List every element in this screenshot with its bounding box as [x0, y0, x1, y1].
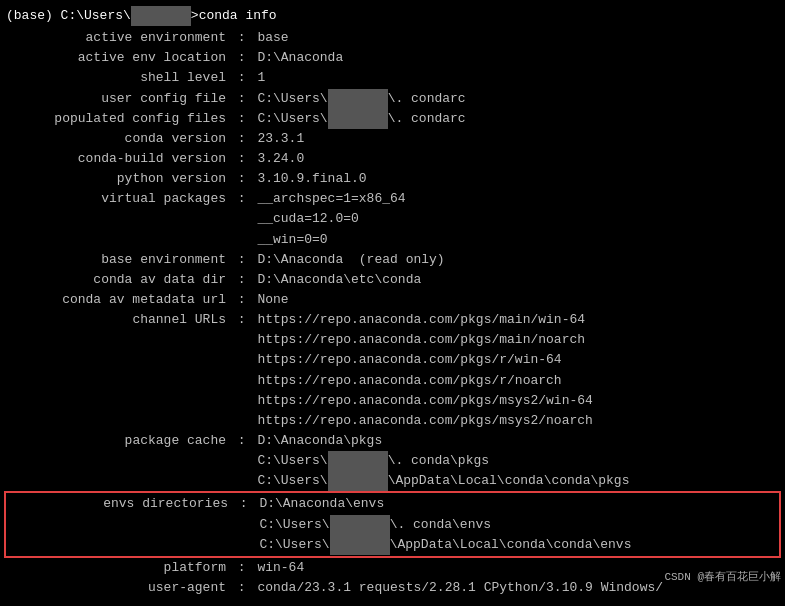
label-pkg-cache: package cache: [6, 431, 226, 451]
info-line-virtual-pkgs-3: __win=0=0: [0, 230, 785, 250]
value-conda-version: 23.3.1: [257, 129, 304, 149]
value-shell-level: 1: [257, 68, 265, 88]
label-virtual-pkgs-2: [6, 209, 226, 229]
label-active-env: active environment: [6, 28, 226, 48]
label-av-meta: conda av metadata url: [6, 290, 226, 310]
value-virtual-pkgs-1: __archspec=1=x86_64: [257, 189, 405, 209]
value-pkg-cache-1: D:\Anaconda\pkgs: [257, 431, 382, 451]
value-active-env: base: [257, 28, 288, 48]
envs-directories-block: envs directories : D:\Anaconda\envs C:\U…: [4, 491, 781, 557]
info-line-channel-5: https://repo.anaconda.com/pkgs/msys2/win…: [0, 391, 785, 411]
label-conda-version: conda version: [6, 129, 226, 149]
value-envs-2: C:\Users\ \. conda\envs: [259, 515, 491, 535]
info-line-pkg-cache-2: C:\Users\ \. conda\pkgs: [0, 451, 785, 471]
value-populated-config: C:\Users\ \. condarc: [257, 109, 465, 129]
info-line-envs-2: C:\Users\ \. conda\envs: [8, 515, 777, 535]
value-conda-build: 3.24.0: [257, 149, 304, 169]
info-line-av-meta: conda av metadata url : None: [0, 290, 785, 310]
info-line-python-version: python version : 3.10.9.final.0: [0, 169, 785, 189]
info-line-virtual-pkgs-1: virtual packages : __archspec=1=x86_64: [0, 189, 785, 209]
value-channel-2: https://repo.anaconda.com/pkgs/main/noar…: [257, 330, 585, 350]
info-line-channel-4: https://repo.anaconda.com/pkgs/r/noarch: [0, 371, 785, 391]
value-user-config: C:\Users\ \. condarc: [257, 89, 465, 109]
cmd-text: (base) C:\Users\ >conda info: [6, 6, 277, 26]
value-channel-1: https://repo.anaconda.com/pkgs/main/win-…: [257, 310, 585, 330]
value-user-agent: conda/23.3.1 requests/2.28.1 CPython/3.1…: [257, 578, 663, 598]
value-env-location: D:\Anaconda: [257, 48, 343, 68]
label-virtual-pkgs-3: [6, 230, 226, 250]
command-line: (base) C:\Users\ >conda info: [0, 4, 785, 28]
label-virtual-pkgs: virtual packages: [6, 189, 226, 209]
info-line-pkg-cache-3: C:\Users\ \AppData\Local\conda\conda\pkg…: [0, 471, 785, 491]
value-base-env: D:\Anaconda (read only): [257, 250, 444, 270]
info-line-channel-6: https://repo.anaconda.com/pkgs/msys2/noa…: [0, 411, 785, 431]
value-av-meta: None: [257, 290, 288, 310]
info-line-conda-build: conda-build version : 3.24.0: [0, 149, 785, 169]
label-platform: platform: [6, 558, 226, 578]
value-channel-3: https://repo.anaconda.com/pkgs/r/win-64: [257, 350, 561, 370]
label-conda-build: conda-build version: [6, 149, 226, 169]
value-envs-3: C:\Users\ \AppData\Local\conda\conda\env…: [259, 535, 631, 555]
label-populated-config: populated config files: [6, 109, 226, 129]
info-line-av-data: conda av data dir : D:\Anaconda\etc\cond…: [0, 270, 785, 290]
label-av-data: conda av data dir: [6, 270, 226, 290]
value-channel-6: https://repo.anaconda.com/pkgs/msys2/noa…: [257, 411, 592, 431]
value-virtual-pkgs-3: __win=0=0: [257, 230, 327, 250]
info-line-shell-level: shell level : 1: [0, 68, 785, 88]
label-shell-level: shell level: [6, 68, 226, 88]
info-line-env-location: active env location : D:\Anaconda: [0, 48, 785, 68]
label-user-agent: user-agent: [6, 578, 226, 598]
label-env-location: active env location: [6, 48, 226, 68]
value-channel-5: https://repo.anaconda.com/pkgs/msys2/win…: [257, 391, 592, 411]
info-line-populated-config: populated config files : C:\Users\ \. co…: [0, 109, 785, 129]
info-line-pkg-cache-1: package cache : D:\Anaconda\pkgs: [0, 431, 785, 451]
info-line-conda-version: conda version : 23.3.1: [0, 129, 785, 149]
label-python-version: python version: [6, 169, 226, 189]
info-line-channel-1: channel URLs : https://repo.anaconda.com…: [0, 310, 785, 330]
value-virtual-pkgs-2: __cuda=12.0=0: [257, 209, 358, 229]
info-line-envs-1: envs directories : D:\Anaconda\envs: [8, 494, 777, 514]
label-envs: envs directories: [10, 494, 228, 514]
watermark: CSDN @春有百花巨小解: [664, 569, 781, 584]
value-av-data: D:\Anaconda\etc\conda: [257, 270, 421, 290]
terminal-window: (base) C:\Users\ >conda info active envi…: [0, 0, 785, 606]
label-channel: channel URLs: [6, 310, 226, 330]
info-line-active-env: active environment : base: [0, 28, 785, 48]
value-pkg-cache-2: C:\Users\ \. conda\pkgs: [257, 451, 489, 471]
value-platform: win-64: [257, 558, 304, 578]
label-user-config: user config file: [6, 89, 226, 109]
info-line-user-config: user config file : C:\Users\ \. condarc: [0, 89, 785, 109]
label-base-env: base environment: [6, 250, 226, 270]
value-pkg-cache-3: C:\Users\ \AppData\Local\conda\conda\pkg…: [257, 471, 629, 491]
info-line-envs-3: C:\Users\ \AppData\Local\conda\conda\env…: [8, 535, 777, 555]
info-line-channel-2: https://repo.anaconda.com/pkgs/main/noar…: [0, 330, 785, 350]
value-channel-4: https://repo.anaconda.com/pkgs/r/noarch: [257, 371, 561, 391]
info-line-virtual-pkgs-2: __cuda=12.0=0: [0, 209, 785, 229]
value-envs-1: D:\Anaconda\envs: [259, 494, 384, 514]
info-line-base-env: base environment : D:\Anaconda (read onl…: [0, 250, 785, 270]
value-python-version: 3.10.9.final.0: [257, 169, 366, 189]
info-line-channel-3: https://repo.anaconda.com/pkgs/r/win-64: [0, 350, 785, 370]
